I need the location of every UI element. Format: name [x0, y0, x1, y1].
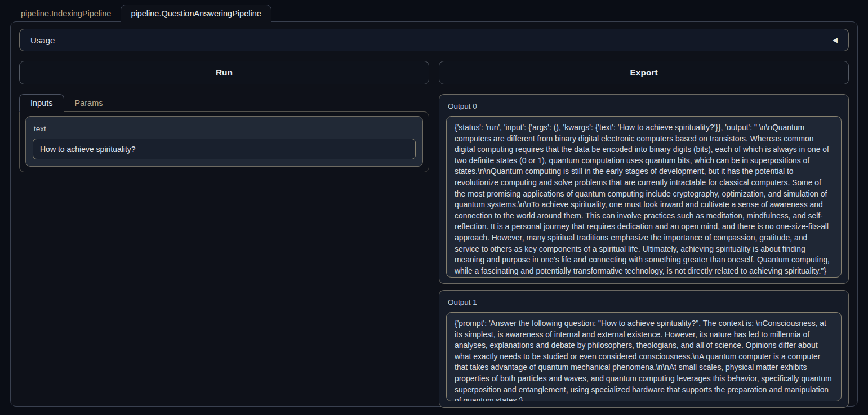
output-0-label: Output 0 [448, 102, 842, 110]
io-tabbar: Inputs Params [19, 94, 429, 111]
right-column: Export Output 0 {'status': 'run', 'input… [439, 61, 849, 414]
tab-params-label: Params [75, 99, 103, 108]
output-1-textbox: {'prompt': 'Answer the following questio… [446, 312, 842, 401]
output-0-group: Output 0 {'status': 'run', 'input': {'ar… [439, 94, 849, 284]
output-1-label: Output 1 [448, 298, 842, 306]
export-button[interactable]: Export [439, 61, 849, 84]
usage-accordion-label: Usage [30, 35, 55, 45]
tab-question-answering-pipeline-label: pipeline.QuestionAnsweringPipeline [131, 9, 261, 18]
tab-question-answering-pipeline[interactable]: pipeline.QuestionAnsweringPipeline [121, 5, 271, 22]
output-1-group: Output 1 {'prompt': 'Answer the followin… [439, 290, 849, 408]
left-column: Run Inputs Params text [19, 61, 429, 414]
usage-accordion-header[interactable]: Usage ◀ [19, 29, 849, 51]
text-field-group: text [25, 116, 423, 167]
app-window: pipeline.IndexingPipeline pipeline.Quest… [0, 0, 868, 415]
accordion-collapse-icon: ◀ [833, 37, 838, 43]
content-columns: Run Inputs Params text E [19, 61, 849, 414]
text-input[interactable] [33, 139, 416, 159]
tab-params[interactable]: Params [64, 94, 114, 111]
text-field-label: text [34, 124, 416, 133]
tab-inputs-label: Inputs [30, 99, 53, 108]
inputs-tab-panel: text [19, 111, 429, 172]
run-button[interactable]: Run [19, 61, 429, 84]
output-0-textbox: {'status': 'run', 'input': {'args': (), … [446, 116, 842, 278]
tab-indexing-pipeline-label: pipeline.IndexingPipeline [21, 9, 111, 18]
main-panel: Usage ◀ Run Inputs Params text [10, 21, 858, 407]
tab-inputs[interactable]: Inputs [19, 94, 64, 112]
pipeline-tabbar: pipeline.IndexingPipeline pipeline.Quest… [11, 5, 271, 22]
tab-indexing-pipeline[interactable]: pipeline.IndexingPipeline [11, 5, 121, 22]
